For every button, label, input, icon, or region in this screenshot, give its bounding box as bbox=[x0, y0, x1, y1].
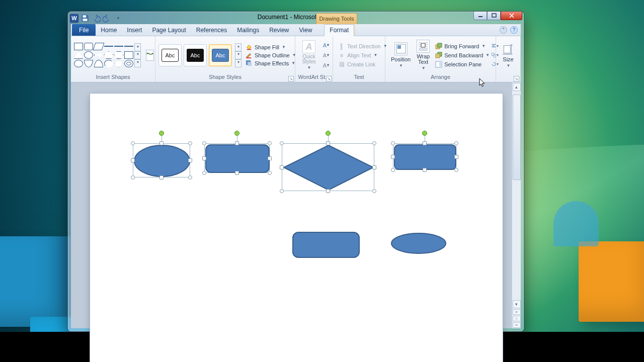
send-backward-icon bbox=[435, 52, 442, 59]
svg-rect-3 bbox=[492, 14, 496, 17]
vertical-scrollbar[interactable]: ▴ ▾ « ○ » bbox=[512, 82, 521, 328]
shape-styles-launcher[interactable]: ↘ bbox=[288, 76, 294, 81]
shape-fill-button[interactable]: Shape Fill▼ bbox=[246, 44, 296, 51]
group-label-size: ↘ bbox=[496, 74, 520, 82]
text-outline-icon[interactable]: A▾ bbox=[323, 52, 330, 59]
word-window: W ▼ Document1 - Microsoft Word Drawing T… bbox=[67, 11, 524, 332]
tab-file[interactable]: File bbox=[72, 24, 96, 36]
tab-references[interactable]: References bbox=[191, 24, 232, 36]
svg-rect-16 bbox=[436, 54, 440, 58]
letter-a-icon: A bbox=[302, 40, 315, 53]
svg-rect-14 bbox=[438, 43, 442, 47]
shape-effects-button[interactable]: Shape Effects▼ bbox=[246, 60, 296, 67]
cursor-icon bbox=[479, 78, 486, 88]
next-page-button[interactable]: » bbox=[513, 322, 521, 328]
link-icon: ⛓ bbox=[338, 61, 345, 68]
group-label-text: Text bbox=[333, 74, 385, 82]
size-icon bbox=[502, 42, 515, 55]
style-thumb-3[interactable]: Abc bbox=[209, 44, 232, 66]
selection-pane-icon bbox=[435, 61, 442, 68]
quick-styles-button: A Quick Styles▼ bbox=[298, 39, 319, 71]
svg-point-5 bbox=[152, 53, 153, 54]
bucket-icon bbox=[246, 44, 253, 51]
edit-shape-button[interactable] bbox=[146, 50, 154, 61]
maximize-button[interactable] bbox=[487, 12, 501, 20]
group-label-wordart: WordArt St...↘ bbox=[295, 74, 333, 82]
svg-rect-6 bbox=[247, 49, 252, 50]
svg-point-4 bbox=[146, 53, 148, 54]
selection-pane-button[interactable]: Selection Pane bbox=[435, 61, 490, 68]
browse-object-button[interactable]: ○ bbox=[513, 316, 521, 321]
shapes-gallery[interactable] bbox=[74, 43, 133, 67]
wordart-launcher[interactable]: ↘ bbox=[326, 76, 332, 81]
group-size: Size▼ ↘ bbox=[496, 36, 521, 82]
wrap-text-button[interactable]: Wrap Text▼ bbox=[414, 39, 432, 71]
create-link-button: ⛓Create Link bbox=[338, 61, 387, 68]
ribbon-tabstrip: File Home Insert Page Layout References … bbox=[71, 24, 521, 36]
shape-rounded-rect-3[interactable] bbox=[292, 232, 360, 258]
style-thumb-2[interactable]: Abc bbox=[184, 44, 207, 66]
shape-styles-gallery[interactable]: Abc Abc Abc ▴▾▾ bbox=[158, 43, 242, 67]
shape-rounded-rect-2-selection[interactable] bbox=[393, 143, 456, 170]
svg-rect-2 bbox=[478, 16, 482, 17]
ribbon: File Home Insert Page Layout References … bbox=[71, 24, 521, 82]
close-button[interactable] bbox=[501, 12, 522, 20]
scroll-down-button[interactable]: ▾ bbox=[513, 300, 521, 308]
svg-rect-11 bbox=[397, 45, 401, 49]
shape-styles-scroll[interactable]: ▴▾▾ bbox=[235, 43, 242, 67]
style-thumb-1[interactable]: Abc bbox=[158, 44, 182, 66]
svg-marker-24 bbox=[284, 145, 373, 190]
help-button[interactable]: ? bbox=[510, 26, 518, 34]
group-label-shape-styles: Shape Styles↘ bbox=[155, 74, 295, 82]
text-direction-button: ║Text Direction▼ bbox=[338, 43, 387, 50]
rotate-handle[interactable] bbox=[326, 131, 331, 136]
tab-mailings[interactable]: Mailings bbox=[232, 24, 264, 36]
svg-rect-21 bbox=[504, 46, 510, 53]
group-arrange: Position▼ Wrap Text▼ Bring Forward▼ Send… bbox=[385, 36, 496, 82]
titlebar[interactable]: W ▼ Document1 - Microsoft Word Drawing T… bbox=[68, 12, 524, 24]
bring-forward-icon bbox=[435, 43, 442, 50]
wrap-text-icon bbox=[417, 40, 430, 53]
prev-page-button[interactable]: « bbox=[513, 309, 521, 315]
size-button[interactable]: Size▼ bbox=[499, 41, 517, 69]
tab-format[interactable]: Format bbox=[324, 24, 354, 36]
rotate-handle[interactable] bbox=[422, 131, 427, 136]
page[interactable] bbox=[90, 94, 503, 362]
effects-icon bbox=[246, 60, 253, 67]
svg-point-22 bbox=[134, 145, 190, 176]
tab-insert[interactable]: Insert bbox=[122, 24, 147, 36]
tab-home[interactable]: Home bbox=[96, 24, 122, 36]
scroll-up-button[interactable]: ▴ bbox=[513, 83, 521, 91]
tab-review[interactable]: Review bbox=[264, 24, 294, 36]
minimize-button[interactable] bbox=[473, 12, 487, 20]
contextual-tab-header: Drawing Tools bbox=[316, 13, 357, 24]
bring-forward-button[interactable]: Bring Forward▼ bbox=[435, 43, 490, 50]
text-effects-icon[interactable]: A▾ bbox=[323, 62, 330, 69]
rotate-handle[interactable] bbox=[234, 131, 239, 136]
shape-diamond-1-selection[interactable] bbox=[282, 143, 374, 191]
tab-page-layout[interactable]: Page Layout bbox=[147, 24, 191, 36]
text-direction-icon: ║ bbox=[338, 43, 345, 50]
tab-view[interactable]: View bbox=[294, 24, 317, 36]
shape-ellipse-2[interactable] bbox=[390, 232, 447, 254]
size-launcher[interactable]: ↘ bbox=[514, 76, 519, 81]
group-shape-styles: Abc Abc Abc ▴▾▾ Shape Fill▼ bbox=[155, 36, 295, 82]
window-title: Document1 - Microsoft Word bbox=[68, 14, 524, 21]
shape-rounded-rect-1-selection[interactable] bbox=[204, 143, 270, 173]
svg-rect-12 bbox=[421, 43, 425, 47]
position-icon bbox=[394, 42, 408, 55]
shape-ellipse-1-selection[interactable] bbox=[133, 143, 190, 177]
group-label-insert-shapes: Insert Shapes bbox=[71, 74, 155, 82]
send-backward-button[interactable]: Send Backward▼ bbox=[435, 52, 490, 59]
group-wordart-styles: A Quick Styles▼ A▾ A▾ A▾ WordArt St...↘ bbox=[295, 36, 333, 82]
svg-rect-25 bbox=[394, 145, 456, 169]
shape-outline-button[interactable]: Shape Outline▼ bbox=[246, 52, 296, 59]
svg-rect-7 bbox=[247, 57, 252, 58]
rotate-handle[interactable] bbox=[159, 131, 164, 136]
position-button[interactable]: Position▼ bbox=[388, 41, 413, 69]
svg-rect-18 bbox=[439, 61, 442, 67]
shapes-gallery-scroll[interactable]: ▴▾▾ bbox=[134, 43, 141, 67]
scroll-thumb[interactable] bbox=[513, 95, 521, 180]
minimize-ribbon-button[interactable]: ˄ bbox=[500, 26, 507, 34]
text-fill-icon[interactable]: A▾ bbox=[323, 42, 330, 49]
